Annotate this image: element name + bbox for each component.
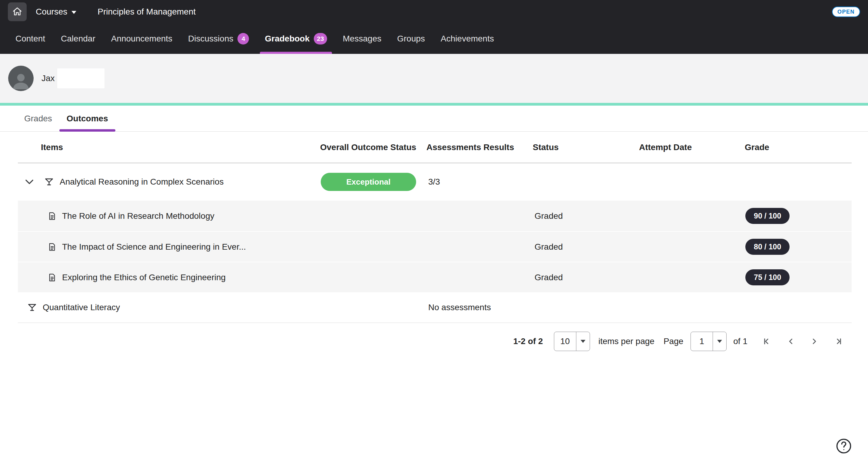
- outcomes-table: Items Overall Outcome Status Assessments…: [18, 132, 851, 352]
- header-items: Items: [18, 142, 320, 152]
- assessment-status: Graded: [533, 273, 639, 282]
- assessment-row: Exploring the Ethics of Genetic Engineer…: [18, 262, 851, 292]
- help-icon: [835, 437, 852, 455]
- assessment-status: Graded: [533, 242, 639, 252]
- next-page-icon: [809, 336, 820, 347]
- items-per-page-label: items per page: [598, 336, 654, 346]
- nav-item-content[interactable]: Content: [7, 24, 53, 54]
- pagination-range: 1-2 of 2: [513, 336, 543, 346]
- grade-badge: 80 / 100: [745, 239, 789, 255]
- help-button[interactable]: [835, 437, 853, 455]
- chevron-down-icon: [717, 340, 722, 343]
- collapse-chevron-icon[interactable]: [23, 175, 36, 189]
- courses-dropdown[interactable]: Courses: [36, 7, 76, 16]
- assessment-row: The Role of AI in Research Methodology G…: [18, 201, 851, 231]
- first-page-button[interactable]: [760, 334, 774, 348]
- course-title: Principles of Management: [97, 7, 196, 16]
- previous-page-button[interactable]: [784, 334, 798, 348]
- student-profile-band: Jax: [0, 54, 868, 103]
- nav-item-groups[interactable]: Groups: [389, 24, 433, 54]
- chevron-down-icon: [71, 11, 76, 14]
- assessment-title: Exploring the Ethics of Genetic Engineer…: [62, 273, 226, 282]
- document-icon: [48, 272, 57, 283]
- nav-item-announcements[interactable]: Announcements: [103, 24, 180, 54]
- last-page-icon: [833, 336, 843, 347]
- grade-badge: 90 / 100: [745, 208, 789, 224]
- header-grade: Grade: [745, 142, 851, 152]
- outcome-row-analytical-reasoning[interactable]: Analytical Reasoning in Complex Scenario…: [18, 163, 851, 201]
- assessments-results-value: No assessments: [427, 303, 533, 312]
- nav-item-discussions[interactable]: Discussions 4: [180, 24, 257, 54]
- previous-page-icon: [785, 336, 796, 347]
- header-assessments-results: Assessments Results: [427, 142, 533, 152]
- redacted-last-name: [57, 68, 104, 88]
- nav-item-messages[interactable]: Messages: [335, 24, 390, 54]
- overall-status-badge: Exceptional: [321, 173, 416, 191]
- page-total-label: of 1: [733, 336, 747, 346]
- person-icon: [10, 69, 32, 91]
- nav-item-achievements[interactable]: Achievements: [433, 24, 502, 54]
- outcome-icon: [44, 177, 54, 187]
- outcome-row-quantitative-literacy: Quantitative Literacy No assessments: [18, 292, 851, 323]
- home-icon: [12, 6, 23, 18]
- top-bar: Courses Principles of Management OPEN: [0, 0, 868, 24]
- gradebook-count-badge: 23: [314, 33, 327, 44]
- student-first-name: Jax: [41, 73, 55, 83]
- header-attempt-date: Attempt Date: [639, 142, 745, 152]
- header-status: Status: [533, 142, 639, 152]
- header-overall-outcome-status: Overall Outcome Status: [320, 142, 427, 152]
- assessment-row: The Impact of Science and Engineering in…: [18, 231, 851, 262]
- page-label: Page: [663, 336, 683, 346]
- next-page-button[interactable]: [807, 334, 822, 348]
- document-icon: [48, 211, 57, 221]
- gradebook-tabs: Grades Outcomes: [0, 106, 868, 132]
- outcome-title: Quantitative Literacy: [43, 303, 120, 312]
- tab-outcomes[interactable]: Outcomes: [59, 106, 115, 131]
- home-button[interactable]: [8, 2, 27, 21]
- pagination-bar: 1-2 of 2 10 items per page Page 1 of 1: [18, 331, 851, 352]
- assessments-results-value: 3/3: [427, 177, 533, 187]
- assessment-status: Graded: [533, 211, 639, 221]
- open-status-badge: OPEN: [832, 7, 860, 17]
- last-page-button[interactable]: [831, 334, 845, 348]
- assessment-title: The Role of AI in Research Methodology: [62, 211, 214, 221]
- courses-label: Courses: [36, 7, 67, 16]
- outcome-title: Analytical Reasoning in Complex Scenario…: [60, 177, 224, 187]
- grade-badge: 75 / 100: [745, 269, 789, 285]
- assessment-title: The Impact of Science and Engineering in…: [62, 242, 246, 252]
- chevron-down-icon: [581, 340, 585, 343]
- avatar: [8, 66, 34, 91]
- tab-grades[interactable]: Grades: [17, 106, 59, 131]
- course-nav: Content Calendar Announcements Discussio…: [0, 24, 868, 54]
- nav-item-gradebook[interactable]: Gradebook 23: [257, 24, 335, 54]
- first-page-icon: [762, 336, 773, 347]
- table-header-row: Items Overall Outcome Status Assessments…: [18, 132, 851, 163]
- document-icon: [48, 242, 57, 252]
- outcome-icon: [27, 302, 37, 312]
- nav-item-calendar[interactable]: Calendar: [53, 24, 103, 54]
- page-number-select[interactable]: 1: [690, 332, 726, 351]
- teal-accent-bar: [0, 103, 868, 106]
- items-per-page-select[interactable]: 10: [554, 332, 590, 351]
- discussions-count-badge: 4: [238, 33, 249, 44]
